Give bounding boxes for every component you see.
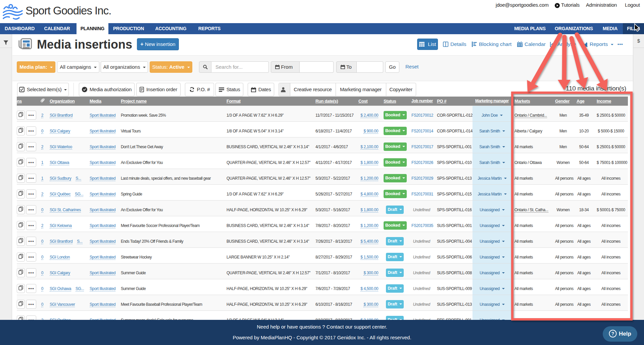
svg-text:?: ? [611, 331, 614, 336]
